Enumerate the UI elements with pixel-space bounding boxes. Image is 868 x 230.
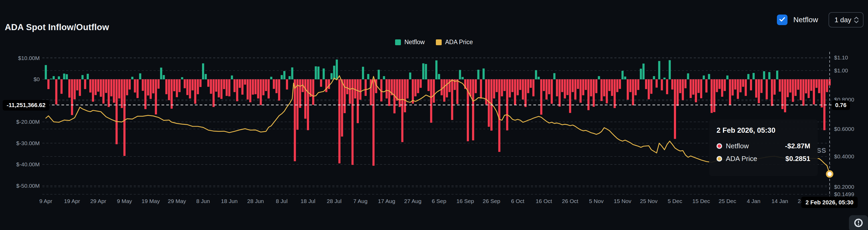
tooltip-row-netflow: Netflow -$2.87M bbox=[716, 142, 810, 150]
settings-button[interactable] bbox=[849, 215, 868, 230]
tooltip-value-ada-price: $0.2851 bbox=[785, 155, 810, 163]
crosshair-right-value-pill: 0.76 bbox=[832, 101, 850, 110]
netflow-chart-canvas[interactable] bbox=[0, 0, 868, 230]
tooltip-row-ada-price: ADA Price $0.2851 bbox=[716, 155, 810, 163]
netflow-dot-icon bbox=[716, 143, 722, 149]
crosshair-left-value-pill: -11,251,366.62 bbox=[3, 100, 50, 111]
last-price-dot bbox=[827, 171, 833, 177]
watermark-partial: SS bbox=[817, 147, 827, 155]
crosshair-date-pill: 2 Feb 2026, 05:30 bbox=[801, 197, 858, 208]
ada-price-dot-icon bbox=[716, 156, 722, 161]
tooltip-label-netflow: Netflow bbox=[726, 142, 749, 150]
tooltip-date: 2 Feb 2026, 05:30 bbox=[716, 126, 810, 135]
chart-tooltip: 2 Feb 2026, 05:30 Netflow -$2.87M ADA Pr… bbox=[709, 119, 818, 176]
tooltip-label-ada-price: ADA Price bbox=[726, 155, 757, 163]
alert-badge-icon bbox=[854, 218, 864, 229]
tooltip-value-netflow: -$2.87M bbox=[785, 142, 810, 150]
